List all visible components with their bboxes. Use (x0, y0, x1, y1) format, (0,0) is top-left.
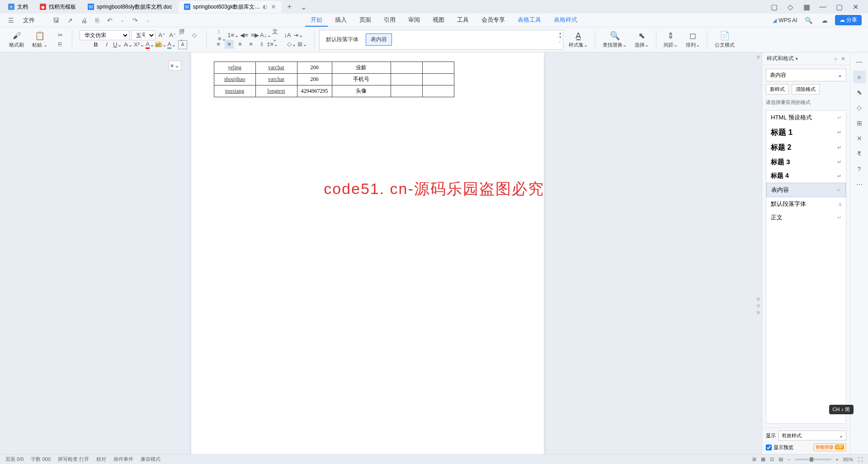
table-row[interactable]: shoujihaovarchar200手机号 (214, 74, 454, 85)
align-right-icon[interactable]: ≡ (236, 40, 245, 49)
document-tab[interactable]: Wspringboot603gk数据库文…◐✕ (179, 1, 282, 13)
copy-icon[interactable]: ⎘ (56, 40, 65, 49)
style-gallery[interactable]: 默认段落字体 表内容 ▲▼⌄ (319, 30, 563, 50)
style-list-item[interactable]: HTML 预设格式↵ (766, 111, 846, 124)
bold-icon[interactable]: B (91, 40, 100, 49)
borders-icon[interactable]: ⊞⌄ (298, 40, 307, 49)
fullscreen-icon[interactable]: ⛶ (858, 457, 863, 462)
underline-icon[interactable]: U⌄ (113, 40, 122, 49)
document-tab[interactable]: Wspringboot88sly数据库文档.doc (82, 1, 178, 13)
cube-icon[interactable]: ◇ (785, 1, 796, 12)
status-item[interactable]: 拼写检查 打开 (58, 456, 89, 463)
tabs-icon[interactable]: ⇥⌄ (294, 31, 303, 40)
pin-icon[interactable]: ⟐ (834, 56, 837, 62)
undo-dropdown-icon[interactable]: ⌄ (119, 17, 126, 24)
italic-icon[interactable]: I (102, 40, 111, 49)
data-table[interactable]: yelingvarchar200业龄shoujihaovarchar200手机号… (214, 62, 454, 97)
gov-mode-button[interactable]: 📄公文模式 (712, 30, 737, 49)
help-tool-icon[interactable]: ? (853, 163, 866, 175)
decrease-font-icon[interactable]: A⁻ (168, 31, 177, 40)
view-icon-1[interactable]: ⊞ (752, 456, 756, 462)
distributed-icon[interactable]: ⫴ (257, 40, 266, 49)
save-icon[interactable]: 🖫 (51, 16, 61, 25)
close-window-icon[interactable]: ✕ (850, 1, 861, 12)
change-case-icon[interactable]: 拼⌄ (179, 31, 188, 40)
file-menu[interactable]: 文件 (20, 15, 38, 25)
zoom-in-icon[interactable]: + (836, 457, 839, 462)
format-brush-button[interactable]: 🖌格式刷 (6, 30, 27, 49)
preview-checkbox[interactable]: 显示预览 (766, 444, 793, 451)
decrease-indent-icon[interactable]: ◀≡ (240, 31, 249, 40)
zoom-slider[interactable] (795, 459, 831, 460)
menu-tab[interactable]: 表格样式 (548, 14, 583, 27)
menu-tab[interactable]: 开始 (305, 14, 328, 27)
style-table-content[interactable]: 表内容 (366, 33, 392, 46)
hamburger-icon[interactable]: ☰ (6, 16, 16, 25)
asian-layout-icon[interactable]: 文⌄ (272, 31, 281, 40)
numbering-icon[interactable]: 1≡⌄ (229, 31, 238, 40)
undo-icon[interactable]: ↶ (105, 16, 114, 25)
line-height-icon[interactable]: ‡≡⌄ (268, 40, 277, 49)
menu-tab[interactable]: 会员专享 (476, 14, 510, 27)
status-item[interactable]: 兼容模式 (141, 456, 160, 463)
layout-icon[interactable]: ▢ (769, 1, 779, 12)
paste-button[interactable]: 📋粘贴 ⌄ (29, 30, 50, 49)
smart-layout-badge[interactable]: 智能排版 VIP (813, 443, 846, 451)
cloud-icon[interactable]: ☁ (820, 16, 830, 25)
bullets-icon[interactable]: ⁝≡⌄ (218, 31, 227, 40)
redo-icon[interactable]: ↷ (131, 16, 140, 25)
preview-icon[interactable]: ⎘ (94, 16, 101, 25)
select-button[interactable]: ⬉选择⌄ (632, 30, 651, 49)
export-icon[interactable]: ↗ (66, 16, 75, 25)
font-color-icon[interactable]: A⌄ (146, 40, 155, 49)
apps-icon[interactable]: ▦ (801, 1, 812, 12)
font-size-select[interactable]: 五号 (131, 30, 156, 40)
menu-tab[interactable]: 表格工具 (512, 14, 547, 27)
style-list-item[interactable]: 默认段落字体a (766, 197, 846, 211)
align-center-icon[interactable]: ≡ (225, 40, 234, 49)
style-list-item[interactable]: 正文↵ (766, 211, 846, 224)
style-list[interactable]: HTML 预设格式↵标题 1↵标题 2↵标题 3↵标题 4↵表内容↵默认段落字体… (766, 110, 846, 424)
styles-tool-icon[interactable]: ⟡ (853, 71, 866, 83)
document-tab[interactable]: ≡文档 (3, 1, 33, 13)
styleset-button[interactable]: A̲样式集⌄ (566, 30, 590, 49)
print-icon[interactable]: 🖨 (79, 16, 89, 25)
tab-dropdown[interactable]: ⌄ (296, 3, 311, 11)
table-row[interactable]: touxianglongtext4294967295头像 (214, 85, 454, 97)
maximize-icon[interactable]: ▢ (834, 1, 844, 12)
zoom-out-icon[interactable]: − (788, 457, 790, 462)
style-default-para[interactable]: 默认段落字体 (321, 34, 363, 45)
style-list-item[interactable]: 标题 1↵ (766, 124, 846, 140)
menu-tab[interactable]: 工具 (452, 14, 474, 27)
view-icon-3[interactable]: ⊡ (770, 456, 774, 462)
document-area[interactable]: ≡ ⌄ yelingvarchar200业龄shoujihaovarchar20… (0, 52, 762, 454)
shading-icon[interactable]: A⌄ (167, 40, 176, 49)
character-border-icon[interactable]: A (178, 40, 187, 49)
shapes-tool-icon[interactable]: ◇ (853, 101, 866, 114)
outline-toggle-icon[interactable]: ≡ ⌄ (169, 61, 181, 71)
align-justify-icon[interactable]: ≡ (246, 40, 255, 49)
style-list-item[interactable]: 标题 2↵ (766, 140, 846, 155)
superscript-icon[interactable]: X²⌄ (135, 40, 144, 49)
menu-tab[interactable]: 引用 (378, 14, 401, 27)
current-style-select[interactable]: 表内容⌄ (766, 69, 846, 81)
increase-font-icon[interactable]: A⁺ (157, 31, 166, 40)
menu-tab[interactable]: 审阅 (403, 14, 425, 27)
highlight-icon[interactable]: ab⌄ (156, 40, 165, 49)
wps-ai-button[interactable]: ◢WPS AI (773, 17, 797, 24)
more-tool-icon[interactable]: ⋯ (853, 178, 866, 191)
view-icon-2[interactable]: ▦ (761, 456, 765, 462)
status-item[interactable]: 字数 000 (31, 456, 50, 463)
show-filter-select[interactable]: 有效样式⌄ (778, 431, 846, 440)
cut-icon[interactable]: ✂ (56, 31, 65, 40)
close-panel-icon[interactable]: ✕ (841, 56, 845, 62)
arrange-button[interactable]: ◻排列⌄ (683, 30, 703, 49)
line-spacing-icon[interactable]: ↕A (283, 31, 292, 40)
collapse-icon[interactable]: — (853, 55, 866, 68)
align-left-icon[interactable]: ≡ (214, 40, 223, 49)
view-icon-4[interactable]: ▤ (778, 456, 783, 462)
props-tool-icon[interactable]: ₹ (853, 147, 866, 160)
style-list-item[interactable]: 标题 3↵ (766, 155, 846, 169)
document-tab[interactable]: ◆找稻壳模板 (34, 1, 81, 13)
status-item[interactable]: 校对 (96, 456, 106, 463)
